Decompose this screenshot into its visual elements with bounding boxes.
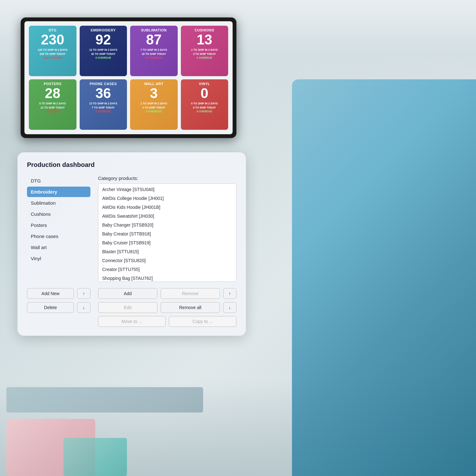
product-list-item[interactable]: AWDis Sweatshirt [JH030] <box>98 212 236 221</box>
card-stats-cushions: 1 TO SHIP IN 2 DAYS3 TO SHIP TODAY <box>184 48 225 56</box>
card-stats-posters: 5 TO SHIP IN 2 DAYS12 TO SHIP TODAY <box>32 102 73 110</box>
card-stats-phone-cases: 13 TO SHIP IN 2 DAYS7 TO SHIP TODAY <box>83 102 124 110</box>
right-up-button[interactable]: ↑ <box>223 288 236 299</box>
monitor-container: DTG 230 120 TO SHIP IN 2 DAYS225 TO SHIP… <box>21 17 236 138</box>
right-buttons-section: Add Remove ↑ Edit Remove all ↓ Move to .… <box>98 288 236 327</box>
card-overdue-dtg: 320 OVERDUE <box>32 56 73 59</box>
monitor-screen: DTG 230 120 TO SHIP IN 2 DAYS225 TO SHIP… <box>24 21 233 134</box>
dialog-body: DTGEmbroiderySublimationCushionsPostersP… <box>27 175 236 282</box>
product-list-item[interactable]: AWDis College Hoodie [JH001] <box>98 194 236 203</box>
right-down-button[interactable]: ↓ <box>223 302 236 313</box>
card-overdue-embroidery: 0 OVERDUE <box>83 56 124 59</box>
remove-all-button[interactable]: Remove all <box>161 302 220 313</box>
move-copy-row: Move to ... Copy to ... <box>98 316 236 327</box>
move-to-button[interactable]: Move to ... <box>98 316 166 327</box>
category-item-dtg[interactable]: DTG <box>27 175 90 186</box>
card-stats-dtg: 120 TO SHIP IN 2 DAYS225 TO SHIP TODAY <box>32 48 73 56</box>
product-list-item[interactable]: Creator [STTU755] <box>98 265 236 274</box>
stat-card-embroidery: EMBROIDERY 92 12 TO SHIP IN 2 DAYS32 TO … <box>80 26 127 76</box>
category-item-wall-art[interactable]: Wall art <box>27 242 90 253</box>
copy-to-button[interactable]: Copy to ... <box>169 316 236 327</box>
card-stats-vinyl: 0 TO SHIP IN 2 DAYS0 TO SHIP TODAY <box>184 102 225 110</box>
product-list-item[interactable]: Connector [STSU820] <box>98 256 236 265</box>
dialog-bottom-buttons: Add New ↑ Delete ↓ Add Remove ↑ Edit Rem… <box>27 288 236 327</box>
category-item-embroidery[interactable]: Embroidery <box>27 187 90 197</box>
up-button[interactable]: ↑ <box>77 288 90 299</box>
edit-button[interactable]: Edit <box>98 302 157 313</box>
product-list-item[interactable]: Shopping Bag [STAU762] <box>98 274 236 282</box>
products-section: Category products: Archer Vintage [STSU0… <box>98 175 236 282</box>
category-item-cushions[interactable]: Cushions <box>27 209 90 219</box>
card-overdue-cushions: 0 OVERDUE <box>184 56 225 59</box>
category-list-section: DTGEmbroiderySublimationCushionsPostersP… <box>27 175 90 282</box>
product-list-item[interactable]: Baby Creator [STTB918] <box>98 229 236 238</box>
worker-background <box>292 79 476 476</box>
add-button[interactable]: Add <box>98 288 157 299</box>
stat-card-sublimation: SUBLIMATION 87 7 TO SHIP IN 2 DAYS18 TO … <box>130 26 178 76</box>
product-list-item[interactable]: Baby Cruiser [STSB919] <box>98 238 236 247</box>
category-item-vinyl[interactable]: Vinyl <box>27 253 90 264</box>
category-products-label: Category products: <box>98 175 236 181</box>
card-stats-wall-art: 1 TO SHIP IN 2 DAYS1 TO SHIP TODAY <box>133 102 175 110</box>
product-list-item[interactable]: Baby Changer [STSB920] <box>98 221 236 229</box>
stat-card-dtg: DTG 230 120 TO SHIP IN 2 DAYS225 TO SHIP… <box>29 26 76 76</box>
card-number-dtg: 230 <box>32 33 73 47</box>
stat-card-cushions: CUSHIONS 13 1 TO SHIP IN 2 DAYS3 TO SHIP… <box>181 26 228 76</box>
down-button[interactable]: ↓ <box>77 302 90 313</box>
card-number-phone-cases: 36 <box>83 86 124 100</box>
stat-card-vinyl: VINYL 0 0 TO SHIP IN 2 DAYS0 TO SHIP TOD… <box>181 79 228 130</box>
card-overdue-wall-art: 0 OVERDUE <box>133 110 175 113</box>
add-new-row: Add New ↑ <box>27 288 90 299</box>
card-number-cushions: 13 <box>184 33 225 47</box>
left-buttons-section: Add New ↑ Delete ↓ <box>27 288 90 327</box>
stat-card-posters: POSTERS 28 5 TO SHIP IN 2 DAYS12 TO SHIP… <box>29 79 76 130</box>
product-list-item[interactable]: Blaster [STTU815] <box>98 247 236 256</box>
card-number-embroidery: 92 <box>83 33 124 47</box>
card-overdue-vinyl: 0 OVERDUE <box>184 110 225 113</box>
category-item-phone-cases[interactable]: Phone cases <box>27 231 90 241</box>
edit-remove-all-row: Edit Remove all ↓ <box>98 302 236 313</box>
card-stats-embroidery: 12 TO SHIP IN 2 DAYS32 TO SHIP TODAY <box>83 48 124 56</box>
delete-button[interactable]: Delete <box>27 302 74 313</box>
product-list-item[interactable]: Archer Vintage [STSU040] <box>98 185 236 194</box>
add-remove-row: Add Remove ↑ <box>98 288 236 299</box>
stat-card-phone-cases: PHONE CASES 36 13 TO SHIP IN 2 DAYS7 TO … <box>80 79 127 130</box>
card-number-wall-art: 3 <box>133 86 175 100</box>
card-number-vinyl: 0 <box>184 86 225 100</box>
card-number-posters: 28 <box>32 86 73 100</box>
delete-row: Delete ↓ <box>27 302 90 313</box>
remove-button[interactable]: Remove <box>161 288 220 299</box>
teal-fabric <box>63 438 127 476</box>
monitor-frame: DTG 230 120 TO SHIP IN 2 DAYS225 TO SHIP… <box>21 17 236 138</box>
card-stats-sublimation: 7 TO SHIP IN 2 DAYS18 TO SHIP TODAY <box>133 48 175 56</box>
category-item-posters[interactable]: Posters <box>27 220 90 230</box>
dialog-title: Production dashboard <box>27 161 236 169</box>
product-list-item[interactable]: AWDis Kids Hoodie [JH001B] <box>98 203 236 212</box>
products-listbox[interactable]: Archer Vintage [STSU040]AWDis College Ho… <box>98 183 236 282</box>
card-overdue-sublimation: 11 OVERDUE <box>133 56 175 59</box>
card-overdue-posters: 1 OVERDUE <box>32 110 73 113</box>
category-item-sublimation[interactable]: Sublimation <box>27 198 90 208</box>
card-overdue-phone-cases: 3 OVERDUE <box>83 110 124 113</box>
stat-card-wall-art: WALL ART 3 1 TO SHIP IN 2 DAYS1 TO SHIP … <box>130 79 178 130</box>
add-new-button[interactable]: Add New <box>27 288 74 299</box>
dialog-panel: Production dashboard DTGEmbroiderySublim… <box>17 152 246 336</box>
machine-bar <box>6 387 203 413</box>
card-number-sublimation: 87 <box>133 33 175 47</box>
